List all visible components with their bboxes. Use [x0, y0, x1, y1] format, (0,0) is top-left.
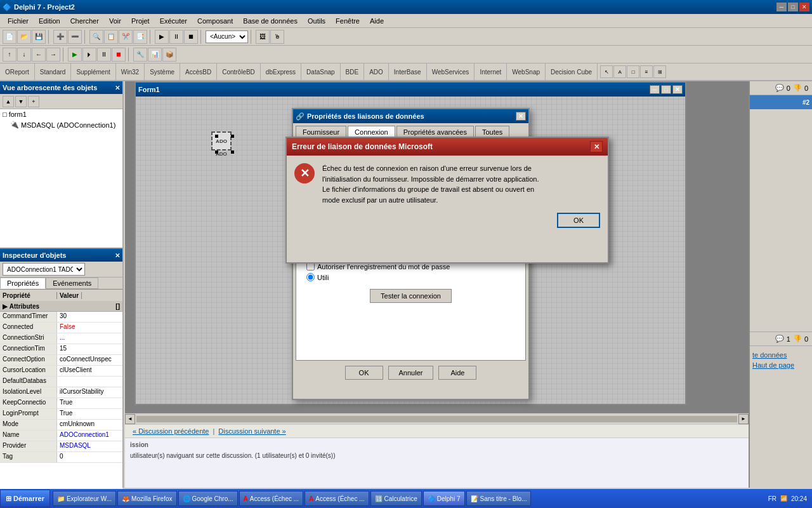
scroll-track[interactable]	[136, 416, 737, 422]
palette-tab-bde[interactable]: BDE	[341, 64, 365, 80]
taskbar-delphi[interactable]: 🔷 Delphi 7	[423, 491, 465, 506]
palette-tab-webservices[interactable]: WebServices	[427, 64, 475, 80]
tb8[interactable]: ⏸	[169, 30, 183, 44]
taskbar-access2[interactable]: A Access (Échec ...	[304, 491, 369, 506]
taskbar-access1[interactable]: A Access (Échec ...	[239, 491, 303, 506]
minimize-button[interactable]: ─	[776, 3, 787, 11]
tab-events[interactable]: Evénements	[46, 277, 98, 289]
error-close[interactable]: ✕	[590, 141, 603, 152]
error-titlebar[interactable]: Erreur de liaison de données Microsoft ✕	[287, 138, 608, 156]
palette-tab-decision[interactable]: Decision Cube	[546, 64, 598, 80]
tb2-1[interactable]: ↑	[3, 48, 16, 62]
tb2-7[interactable]: 📦	[162, 48, 176, 62]
radio-utili2[interactable]	[306, 273, 315, 281]
prev-discussion[interactable]: « Discussion précédente	[133, 427, 209, 435]
palette-tab-win32[interactable]: Win32	[116, 64, 145, 80]
object-tree-close[interactable]: ✕	[115, 84, 120, 91]
toolbar-add[interactable]: ➕	[53, 30, 67, 44]
taskbar-notepad[interactable]: 📝 Sans titre - Blo...	[466, 491, 532, 506]
palette-tab-accesbd[interactable]: AccèsBD	[180, 64, 217, 80]
palette-tab-websnap[interactable]: WebSnap	[507, 64, 546, 80]
menu-edition[interactable]: Edition	[34, 16, 65, 26]
menu-fenetre[interactable]: Fenêtre	[331, 16, 365, 26]
form1-minimize[interactable]: ─	[650, 85, 660, 94]
tb4[interactable]: 📋	[104, 30, 118, 44]
palette-tab-interbase[interactable]: InterBase	[389, 64, 427, 80]
tb10[interactable]: 🖼	[256, 30, 270, 44]
dialog-prop-close[interactable]: ✕	[516, 112, 526, 121]
menu-voir[interactable]: Voir	[104, 16, 126, 26]
prop-ok-button[interactable]: OK	[345, 366, 383, 380]
toolbar-save[interactable]: 💾	[32, 30, 46, 44]
palette-icon-2[interactable]: □	[627, 65, 639, 78]
nav-donnees[interactable]: te données	[752, 351, 809, 359]
taskbar-firefox[interactable]: 🦊 Mozilla Firefox	[117, 491, 176, 506]
tb6[interactable]: 📑	[133, 30, 147, 44]
scroll-right[interactable]: ►	[738, 414, 749, 424]
tb2-2[interactable]: ↓	[17, 48, 31, 62]
error-ok-button[interactable]: OK	[557, 213, 600, 228]
tb2-5[interactable]: 🔧	[133, 48, 147, 62]
palette-icon-arrow[interactable]: ↖	[600, 65, 613, 78]
taskbar-explorer[interactable]: 📁 Explorateur W...	[53, 491, 116, 506]
form1-close[interactable]: ✕	[672, 85, 683, 94]
nav-haut[interactable]: Haut de page	[752, 361, 809, 369]
form1-maximize[interactable]: □	[661, 85, 671, 94]
tb3[interactable]: 🔍	[89, 30, 103, 44]
dialog-prop-titlebar[interactable]: 🔗 Propriétés des liaisons de données ✕	[293, 109, 528, 123]
menu-aide[interactable]: Aide	[365, 16, 389, 26]
toolbar-remove[interactable]: ➖	[68, 30, 82, 44]
palette-tab-standard[interactable]: Standard	[35, 64, 72, 80]
menu-executer[interactable]: Exécuter	[155, 16, 192, 26]
step-btn[interactable]: ⏵	[82, 48, 96, 62]
stop-btn[interactable]: ⏹	[112, 48, 126, 62]
prop-cancel-button[interactable]: Annuler	[388, 366, 434, 380]
tb5[interactable]: ✂️	[119, 30, 133, 44]
taskbar-chrome[interactable]: 🌐 Google Chro...	[178, 491, 238, 506]
run-btn[interactable]: ▶	[68, 48, 82, 62]
menu-chercher[interactable]: Chercher	[65, 16, 104, 26]
palette-tab-supplement[interactable]: Supplément	[71, 64, 115, 80]
tb2-6[interactable]: 📊	[148, 48, 162, 62]
tb7[interactable]: ▶	[155, 30, 169, 44]
test-connection-button[interactable]: Tester la connexion	[370, 289, 452, 303]
palette-tab-controlebd[interactable]: ContrôleBD	[217, 64, 261, 80]
start-button[interactable]: ⊞ Démarrer	[0, 490, 50, 507]
toolbar-open[interactable]: 📂	[17, 30, 31, 44]
toolbar-new[interactable]: 📄	[3, 30, 16, 44]
tree-item-adoconnection[interactable]: 🔌 MSDASQL (ADOConnection1)	[0, 119, 122, 130]
menu-outils[interactable]: Outils	[303, 16, 331, 26]
palette-icon-3[interactable]: ≡	[640, 65, 653, 78]
tab-properties[interactable]: Propriétés	[0, 277, 46, 289]
form1-titlebar[interactable]: Form1 ─ □ ✕	[136, 83, 685, 97]
tree-down[interactable]: ▼	[15, 96, 27, 107]
palette-tab-internet[interactable]: Internet	[475, 64, 507, 80]
maximize-button[interactable]: □	[788, 3, 798, 11]
tb9[interactable]: ⏹	[184, 30, 198, 44]
menu-composant[interactable]: Composant	[192, 16, 238, 26]
tree-up[interactable]: ▲	[3, 96, 14, 107]
inspector-close[interactable]: ✕	[115, 252, 120, 259]
tb2-3[interactable]: ←	[32, 48, 46, 62]
palette-tab-datasnap[interactable]: DataSnap	[301, 64, 340, 80]
menu-fichier[interactable]: Fichier	[3, 16, 34, 26]
palette-tab-dbexpress[interactable]: dbExpress	[261, 64, 301, 80]
next-discussion[interactable]: Discussion suivante »	[218, 427, 285, 435]
menu-projet[interactable]: Projet	[126, 16, 155, 26]
close-button[interactable]: ✕	[799, 3, 809, 11]
object-selector[interactable]: ADOConnection1 TADOConnect	[3, 263, 85, 276]
palette-tab-systeme[interactable]: Système	[145, 64, 180, 80]
palette-icon-1[interactable]: A	[613, 65, 626, 78]
menu-base-donnees[interactable]: Base de données	[238, 16, 303, 26]
prop-help-button[interactable]: Aide	[438, 366, 476, 380]
palette-tab-oreport[interactable]: OReport	[0, 64, 35, 80]
tree-expand[interactable]: +	[28, 96, 39, 107]
scroll-left[interactable]: ◄	[125, 414, 135, 424]
tb11[interactable]: 🖱	[270, 30, 284, 44]
taskbar-calc[interactable]: 🔢 Calculatrice	[370, 491, 422, 506]
tb2-4[interactable]: →	[46, 48, 60, 62]
target-dropdown[interactable]: <Aucun>	[206, 30, 248, 43]
tree-item-form1[interactable]: □ form1	[0, 109, 122, 119]
palette-icon-4[interactable]: ⊞	[653, 65, 666, 78]
palette-tab-ado[interactable]: ADO	[364, 64, 389, 80]
